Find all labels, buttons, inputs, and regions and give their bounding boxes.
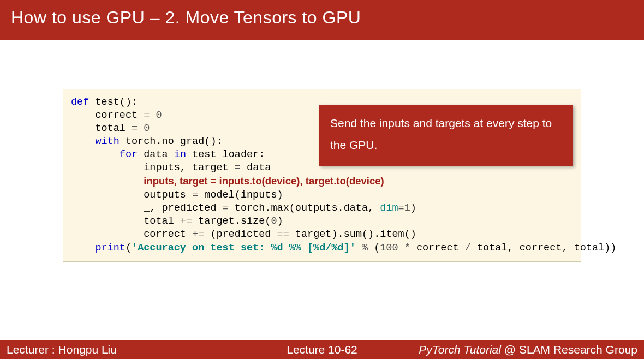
var-total: total (144, 216, 174, 227)
var-model: model (204, 189, 235, 201)
paren: ( (374, 242, 380, 254)
comma: , (507, 242, 513, 254)
var-data: data (247, 162, 271, 173)
paren: ) (604, 242, 610, 254)
code-block: def test(): correct = 0 total = 0 with t… (63, 89, 581, 262)
paren: ) (410, 202, 416, 214)
comma: , (368, 202, 374, 214)
op-pluseq: += (180, 216, 192, 227)
paren: ) (277, 189, 283, 201)
group-name: @ SLAM Research Group (501, 343, 637, 356)
str-literal: 'Accuracy on test set: %d %% [%d/%d]' (132, 242, 356, 254)
kw-print: print (95, 242, 126, 254)
comma: , (180, 162, 186, 173)
colon: : (132, 97, 138, 108)
num-zero: 0 (144, 123, 150, 134)
num-one: 1 (404, 202, 410, 214)
paren: ) (277, 216, 283, 227)
torch-nograd: torch.no_grad (126, 136, 204, 147)
op-slash: / (465, 242, 471, 254)
var-outputs: outputs (144, 189, 186, 201)
slide-footer: Lecturer : Hongpu Liu Lecture 10-62 PyTo… (0, 340, 644, 359)
sum-item: ).sum().item() (331, 229, 416, 240)
outputs-data: outputs.data (295, 202, 368, 214)
var-correct: correct (416, 242, 459, 254)
paren: () (120, 97, 132, 108)
kw-with: with (95, 136, 119, 147)
var-correct: correct (95, 110, 138, 121)
torch-max: torch.max (235, 202, 289, 214)
colon: : (217, 136, 223, 147)
comma: , (150, 202, 156, 214)
var-target: target (295, 229, 332, 240)
op-eq: = (235, 162, 241, 173)
paren: ( (126, 242, 132, 254)
paren: ( (265, 216, 271, 227)
var-total: total (95, 123, 126, 134)
paren: ( (235, 189, 241, 201)
var-inputs: inputs (241, 189, 277, 201)
op-star: * (404, 242, 410, 254)
paren: ( (210, 229, 216, 240)
op-eq: = (398, 202, 404, 214)
op-eq: = (223, 202, 229, 214)
series-name: PyTorch Tutorial (419, 343, 501, 356)
paren: ) (610, 242, 616, 254)
var-data: data (144, 149, 168, 160)
num-zero: 0 (271, 216, 277, 227)
op-percent: % (362, 242, 368, 254)
var-predicted: predicted (217, 229, 271, 240)
var-total: total (477, 242, 508, 254)
var-correct: correct (144, 229, 186, 240)
paren: () (204, 136, 216, 147)
var-target: target (192, 162, 229, 173)
slide-title: How to use GPU – 2. Move Tensors to GPU (11, 8, 361, 27)
op-eq: = (132, 123, 138, 134)
op-eq: = (144, 110, 150, 121)
var-inputs: inputs (144, 162, 180, 173)
callout-text: Send the inputs and targets at every ste… (330, 117, 552, 151)
arg-dim: dim (380, 202, 398, 214)
fn-name: test (95, 97, 119, 108)
footer-lecture: Lecture 10-62 (287, 343, 357, 356)
highlight-line: inputs, target = inputs.to(device), targ… (144, 175, 384, 187)
num-hundred: 100 (380, 242, 398, 254)
footer-series: PyTorch Tutorial @ SLAM Research Group (419, 343, 637, 356)
slide-header: How to use GPU – 2. Move Tensors to GPU (0, 0, 644, 40)
var-predicted: predicted (162, 202, 217, 214)
op-pluseq: += (192, 229, 204, 240)
op-eqeq: == (277, 229, 289, 240)
kw-in: in (174, 149, 186, 160)
kw-def: def (71, 97, 89, 108)
callout-box: Send the inputs and targets at every ste… (319, 105, 573, 166)
var-loader: test_loader (192, 149, 259, 160)
var-correct: correct (520, 242, 562, 254)
slide-content: def test(): correct = 0 total = 0 with t… (0, 40, 644, 262)
num-zero: 0 (156, 110, 162, 121)
underscore: _ (144, 202, 150, 214)
kw-for: for (120, 149, 138, 160)
colon: : (259, 149, 265, 160)
paren: ( (289, 202, 295, 214)
target-size: target.size (198, 216, 265, 227)
op-eq: = (192, 189, 198, 201)
var-total: total (574, 242, 605, 254)
footer-lecturer: Lecturer : Hongpu Liu (7, 343, 117, 356)
comma: , (562, 242, 568, 254)
